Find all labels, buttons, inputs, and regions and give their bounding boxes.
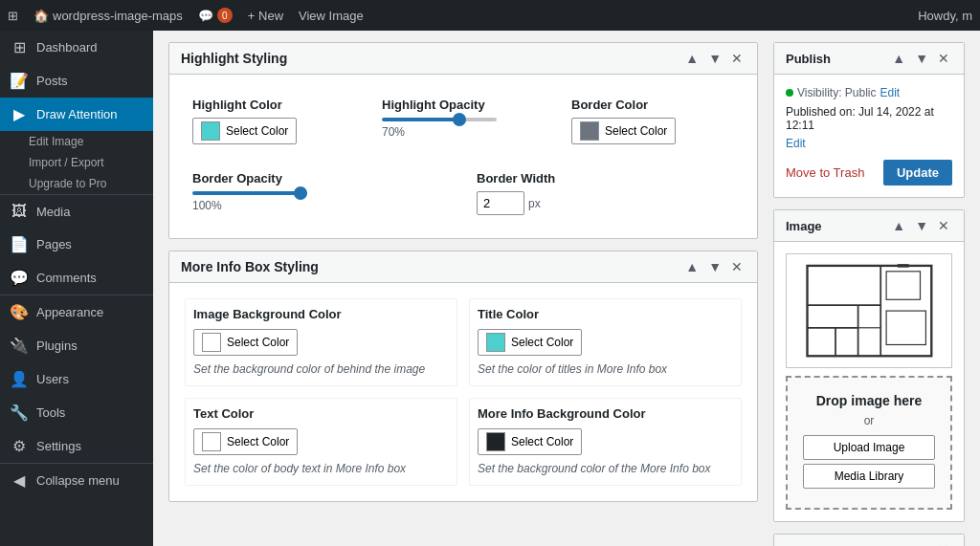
visibility-text: Visibility: Public: [797, 86, 876, 99]
more-info-bg-color-button[interactable]: Select Color: [478, 428, 582, 455]
image-panel-up[interactable]: ▲: [889, 218, 908, 233]
highlight-panel-up[interactable]: ▲: [682, 51, 702, 66]
shortcode-panel-close[interactable]: ✕: [935, 542, 952, 546]
highlight-panel-close[interactable]: ✕: [728, 51, 746, 66]
shortcode-panel-down[interactable]: ▼: [912, 542, 931, 546]
title-color-button[interactable]: Select Color: [478, 329, 582, 356]
sidebar-label-draw-attention: Draw Attention: [36, 107, 144, 121]
publish-panel-controls: ▲ ▼ ✕: [889, 51, 952, 66]
tools-icon: 🔧: [10, 404, 29, 422]
image-panel-header: Image ▲ ▼ ✕: [774, 210, 964, 242]
posts-icon: 📝: [10, 72, 29, 90]
title-color-swatch: [486, 333, 505, 352]
publish-panel-close[interactable]: ✕: [935, 51, 952, 66]
sidebar-label-tools: Tools: [36, 405, 144, 420]
sidebar-item-tools[interactable]: 🔧 Tools: [0, 396, 153, 429]
title-color-btn-label: Select Color: [511, 336, 573, 349]
image-bg-color-field: Image Background Color Select Color Set …: [185, 298, 457, 386]
howdy-text: Howdy, m: [918, 9, 972, 23]
highlight-color-swatch: [201, 121, 220, 141]
new-menu[interactable]: + New: [248, 9, 283, 23]
main-content: Highlight Styling ▲ ▼ ✕ Highlight Color: [153, 31, 980, 546]
more-info-panel: More Info Box Styling ▲ ▼ ✕ Image Backgr…: [168, 251, 758, 502]
comments-icon-bar[interactable]: 💬 0: [198, 8, 233, 23]
image-panel-down[interactable]: ▼: [912, 218, 931, 233]
more-info-panel-down[interactable]: ▼: [705, 259, 724, 274]
drop-zone-text: Drop image here: [803, 393, 935, 408]
sidebar-item-plugins[interactable]: 🔌 Plugins: [0, 329, 153, 362]
sidebar-sub-upgrade[interactable]: Upgrade to Pro: [0, 173, 153, 194]
sidebar-item-comments[interactable]: 💬 Comments: [0, 261, 153, 295]
highlight-styling-panel: Highlight Styling ▲ ▼ ✕ Highlight Color: [168, 42, 758, 239]
border-width-input[interactable]: [477, 191, 524, 215]
svg-rect-7: [886, 311, 925, 344]
border-width-field: Border Width px: [469, 164, 742, 223]
right-sidebar: Publish ▲ ▼ ✕ Visibility: Public Edit Pu…: [773, 42, 965, 535]
image-panel-close[interactable]: ✕: [935, 218, 952, 233]
border-opacity-field: Border Opacity 100%: [185, 164, 457, 223]
pages-icon: 📄: [10, 235, 29, 253]
highlight-opacity-value: 70%: [382, 125, 545, 139]
sidebar-item-media[interactable]: 🖼 Media: [0, 195, 153, 228]
image-preview: [786, 253, 952, 368]
text-color-button[interactable]: Select Color: [193, 428, 298, 455]
more-info-panel-up[interactable]: ▲: [682, 259, 702, 274]
sidebar-label-appearance: Appearance: [36, 305, 144, 319]
publish-date-row: Published on: Jul 14, 2022 at 12:11: [786, 105, 952, 132]
highlight-panel-header: Highlight Styling ▲ ▼ ✕: [169, 43, 757, 75]
sidebar-item-posts[interactable]: 📝 Posts: [0, 64, 153, 98]
highlight-color-label: Highlight Color: [192, 98, 355, 112]
media-library-button[interactable]: Media Library: [803, 464, 935, 489]
sidebar-item-dashboard[interactable]: ⊞ Dashboard: [0, 31, 153, 64]
site-name[interactable]: 🏠 wordpress-image-maps: [33, 9, 183, 23]
visibility-row: Visibility: Public Edit: [786, 86, 952, 99]
sidebar-item-draw-attention[interactable]: ▶ Draw Attention: [0, 98, 153, 131]
shortcode-panel-title: Copy Shortcode: [786, 543, 881, 547]
visibility-edit-link[interactable]: Edit: [880, 86, 900, 99]
highlight-color-button[interactable]: Select Color: [192, 118, 297, 144]
shortcode-panel-up[interactable]: ▲: [889, 542, 908, 546]
sidebar-item-users[interactable]: 👤 Users: [0, 362, 153, 396]
publish-actions: Move to Trash Update: [786, 160, 952, 186]
sidebar-sub-import-export[interactable]: Import / Export: [0, 152, 153, 173]
drop-zone[interactable]: Drop image here or Upload Image Media Li…: [786, 376, 952, 510]
publish-panel-body: Visibility: Public Edit Published on: Ju…: [774, 75, 964, 197]
border-color-label: Border Color: [571, 98, 734, 112]
publish-panel-down[interactable]: ▼: [912, 51, 931, 66]
publish-date-edit-link[interactable]: Edit: [786, 137, 806, 150]
sidebar-item-pages[interactable]: 📄 Pages: [0, 228, 153, 261]
highlight-color-row: Select Color: [192, 118, 355, 144]
view-image-link[interactable]: View Image: [299, 9, 364, 23]
sidebar-collapse[interactable]: ◀ Collapse menu: [0, 464, 153, 497]
visibility-indicator: [786, 89, 793, 97]
highlight-panel-controls: ▲ ▼ ✕: [682, 51, 746, 66]
sidebar-item-settings[interactable]: ⚙ Settings: [0, 429, 153, 463]
highlight-opacity-slider[interactable]: [382, 118, 497, 121]
border-color-swatch: [580, 121, 599, 141]
border-opacity-slider[interactable]: [192, 191, 307, 195]
text-color-desc: Set the color of body text in More Info …: [193, 461, 449, 477]
more-info-panel-close[interactable]: ✕: [728, 259, 746, 274]
highlight-panel-down[interactable]: ▼: [705, 51, 724, 66]
border-color-field: Border Color Select Color: [564, 90, 742, 152]
image-bg-color-button[interactable]: Select Color: [193, 329, 298, 356]
publish-panel-up[interactable]: ▲: [889, 51, 908, 66]
sidebar-label-media: Media: [36, 205, 144, 219]
border-color-btn-label: Select Color: [605, 124, 667, 138]
border-width-input-group: px: [477, 191, 734, 215]
more-info-bg-color-swatch: [486, 432, 505, 451]
update-button[interactable]: Update: [883, 160, 952, 186]
wp-logo-icon[interactable]: ⊞: [8, 9, 18, 23]
sidebar-item-appearance[interactable]: 🎨 Appearance: [0, 295, 153, 329]
border-opacity-value: 100%: [192, 199, 450, 212]
more-info-panel-body: Image Background Color Select Color Set …: [169, 283, 757, 501]
border-width-label: Border Width: [477, 171, 734, 186]
drop-zone-or: or: [803, 414, 935, 427]
admin-bar: ⊞ 🏠 wordpress-image-maps 💬 0 + New View …: [0, 0, 980, 31]
border-color-button[interactable]: Select Color: [571, 118, 676, 144]
trash-link[interactable]: Move to Trash: [786, 165, 864, 180]
users-icon: 👤: [10, 370, 29, 388]
image-panel: Image ▲ ▼ ✕: [773, 209, 965, 522]
sidebar-sub-edit-image[interactable]: Edit Image: [0, 131, 153, 152]
upload-image-button[interactable]: Upload Image: [803, 435, 935, 460]
